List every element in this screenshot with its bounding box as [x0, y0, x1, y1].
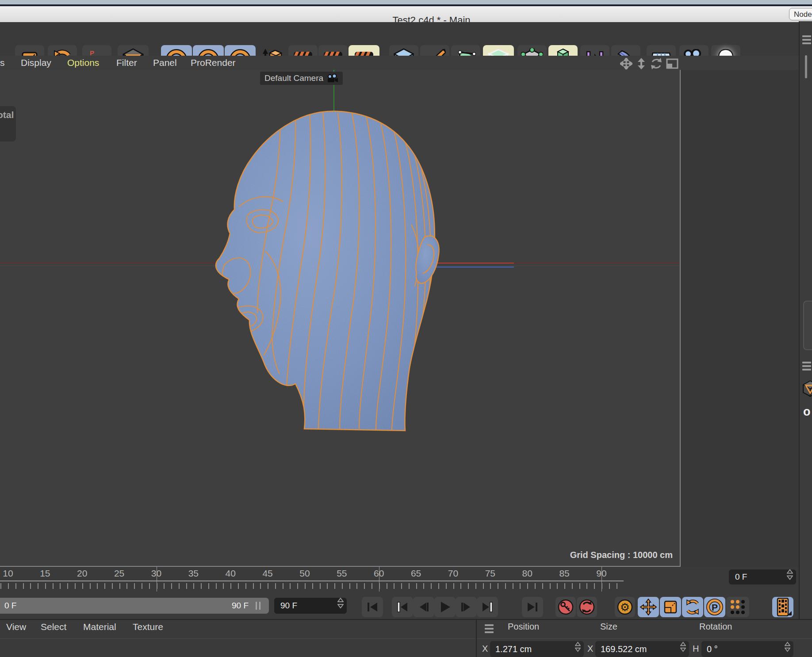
rotation-axis-label: H	[693, 644, 699, 654]
ruler-tick	[520, 583, 521, 589]
desktop-strip	[0, 0, 812, 4]
ruler-tick	[527, 583, 528, 589]
timeline-ruler[interactable]: 1015202530354045505560657075808590	[0, 567, 799, 596]
go-to-end-button[interactable]	[522, 597, 543, 617]
ruler-frame-label: 35	[184, 568, 203, 579]
keying-parameter-button[interactable]: P	[704, 597, 725, 617]
go-to-start-button[interactable]	[362, 597, 383, 617]
ruler-tick	[550, 583, 551, 589]
preview-range-bar[interactable]: 0 F 90 F	[0, 598, 269, 614]
ruler-tick	[216, 583, 217, 589]
ruler-frame-label: 90	[592, 568, 611, 579]
materials-menu-view[interactable]: View	[6, 622, 26, 632]
range-start-label: 0 F	[4, 601, 16, 611]
size-x-stepper[interactable]	[680, 641, 686, 657]
current-frame-value: 0 F	[735, 572, 747, 581]
panel-menu-icon[interactable]	[802, 34, 811, 46]
ruler-tick	[53, 583, 54, 589]
ruler-tick	[305, 583, 306, 589]
ruler-frame-label: 55	[332, 568, 352, 579]
ruler-tick	[119, 583, 120, 589]
camera-label-text: Default Camera	[264, 73, 323, 83]
ruler-tick	[126, 583, 127, 589]
ruler-tick	[186, 583, 187, 589]
ruler-tick	[446, 583, 447, 589]
ruler-tick	[104, 583, 105, 589]
viewport-rotate-icon[interactable]	[650, 58, 663, 69]
coordinates-menu-icon[interactable]	[485, 623, 494, 635]
menu-item-clipped[interactable]: s	[0, 57, 5, 68]
ruler-tick	[268, 583, 268, 589]
ruler-tick	[349, 583, 350, 589]
ruler-tick	[60, 583, 61, 589]
materials-menu-material[interactable]: Material	[83, 622, 116, 632]
menu-item-panel[interactable]: Panel	[153, 57, 177, 68]
scrollbar-fragment[interactable]	[805, 55, 807, 78]
ruler-frame-label: 20	[73, 568, 92, 579]
keying-pla-button[interactable]	[726, 597, 749, 617]
nodes-button[interactable]: Nodes	[789, 8, 812, 20]
ruler-frame-label: 10	[0, 568, 18, 579]
ruler-tick	[97, 583, 98, 589]
cinema4d-window: Test2.c4d * - Main Nodes P S R	[0, 0, 812, 657]
ruler-tick	[201, 583, 202, 589]
rotation-h-field[interactable]: 0 °	[701, 641, 793, 657]
ruler-tick	[260, 583, 261, 589]
autokeying-button[interactable]	[577, 597, 597, 617]
timeline-window-button[interactable]	[772, 597, 793, 617]
keying-position-button[interactable]	[638, 597, 659, 617]
materials-menu-texture[interactable]: Texture	[133, 622, 163, 632]
position-x-stepper[interactable]	[575, 641, 581, 657]
materials-menu-select[interactable]: Select	[41, 622, 66, 632]
ruler-frame-label: 75	[480, 568, 500, 579]
go-to-next-key-button[interactable]	[477, 597, 498, 617]
position-axis-label: X	[482, 644, 488, 654]
current-frame-stepper[interactable]	[787, 569, 793, 585]
viewport-zoom-icon[interactable]	[636, 58, 648, 69]
keying-rotation-button[interactable]	[682, 597, 703, 617]
ruler-tick	[90, 583, 91, 589]
ruler-tick	[438, 583, 439, 589]
ruler-tick	[513, 583, 513, 589]
ruler-frame-label: 65	[406, 568, 426, 579]
ruler-tick	[468, 583, 469, 589]
ruler-tick	[312, 583, 313, 589]
go-to-previous-key-button[interactable]	[392, 597, 413, 617]
menu-item-filter[interactable]: Filter	[116, 57, 137, 68]
viewport-move-icon[interactable]	[620, 58, 632, 69]
rotation-h-value: 0 °	[707, 644, 718, 654]
ruler-tick	[320, 583, 321, 589]
play-button[interactable]	[434, 597, 456, 617]
ruler-tick	[275, 583, 276, 589]
camera-label[interactable]: Default Camera	[260, 72, 343, 85]
title-bar[interactable]: Test2.c4d * - Main	[0, 6, 812, 23]
menu-item-display[interactable]: Display	[21, 57, 51, 68]
divider	[476, 619, 477, 657]
range-grip[interactable]	[259, 602, 260, 610]
keying-scale-button[interactable]	[660, 597, 681, 617]
ruler-tick	[505, 583, 506, 589]
rotation-h-stepper[interactable]	[785, 641, 790, 657]
go-to-previous-frame-button[interactable]	[413, 597, 434, 617]
ruler-frame-label: 40	[221, 568, 240, 579]
menu-item-prorender[interactable]: ProRender	[191, 57, 236, 68]
ruler-tick	[334, 583, 335, 589]
ruler-tick	[409, 583, 410, 589]
end-frame-stepper[interactable]	[337, 598, 344, 614]
viewport-canvas[interactable]: Default Camera otal Grid Spacing : 10000…	[0, 70, 681, 567]
current-frame-field[interactable]: 0 F	[729, 569, 796, 584]
position-x-field[interactable]: 1.271 cm	[490, 641, 584, 657]
record-keyframe-button[interactable]	[555, 597, 576, 617]
range-grip[interactable]	[256, 602, 257, 610]
head-model[interactable]	[211, 109, 441, 436]
menu-item-options[interactable]: Options	[67, 57, 99, 68]
end-frame-field[interactable]: 90 F	[274, 598, 347, 614]
ruler-frame-label: 70	[444, 568, 463, 579]
go-to-next-frame-button[interactable]	[456, 597, 477, 617]
viewport-toggle-icon[interactable]	[666, 58, 678, 69]
ruler-tick	[423, 583, 424, 589]
attribute-menu-icon[interactable]	[802, 360, 811, 372]
mode-cube-icon[interactable]	[802, 380, 812, 397]
size-x-field[interactable]: 169.522 cm	[595, 641, 689, 657]
keyframe-selection-button[interactable]: ⚙	[615, 597, 635, 617]
